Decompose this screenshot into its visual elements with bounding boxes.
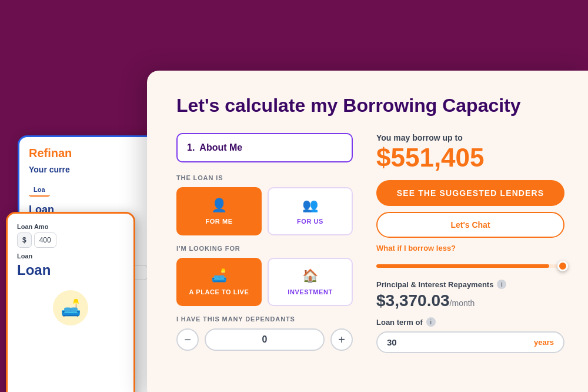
blue-card-title: Refinan — [29, 147, 148, 160]
loan-card-orange: Loan Amo $ 400 Loan Loan 🛋️ — [6, 212, 135, 392]
borrow-slider[interactable] — [376, 264, 564, 268]
investment-label: INVESTMENT — [288, 288, 332, 295]
main-borrowing-card: Let's calculate my Borrowing Capacity 1.… — [147, 71, 588, 392]
loan-tab[interactable]: Loa — [29, 184, 50, 197]
borrow-label: You may borrow up to — [376, 133, 564, 142]
left-column: 1. About Me THE LOAN IS 👤 FOR ME 👥 FOR U… — [176, 133, 353, 353]
see-lenders-button[interactable]: SEE THE SUGGESTED LENDERS — [376, 180, 564, 206]
dependants-section: I HAVE THIS MANY DEPENDANTS − 0 + — [176, 315, 353, 351]
sofa-icon: 🛋️ — [211, 268, 228, 284]
orange-loan-title-label: Loan — [17, 253, 124, 260]
house-icon: 🏠 — [302, 268, 319, 284]
increment-button[interactable]: + — [330, 328, 353, 351]
slider-track — [376, 264, 564, 268]
dependants-value: 0 — [205, 328, 325, 351]
loan-is-label: THE LOAN IS — [176, 174, 353, 181]
orange-loan-label: Loan Amo — [17, 223, 124, 230]
main-title: Let's calculate my Borrowing Capacity — [176, 94, 564, 117]
place-to-live-button[interactable]: 🛋️ A PLACE TO LIVE — [176, 258, 262, 306]
repayment-label: Principal & Interest Repayments — [376, 280, 493, 289]
place-to-live-label: A PLACE TO LIVE — [189, 288, 249, 295]
blue-card-subtitle: Your curre — [29, 165, 148, 174]
info-icon: i — [497, 280, 506, 289]
loan-term-info-icon: i — [426, 317, 436, 327]
for-us-button[interactable]: 👥 FOR US — [268, 187, 353, 235]
years-label: years — [534, 338, 554, 347]
orange-loan-value[interactable]: 400 — [34, 232, 56, 248]
for-me-label: FOR ME — [205, 218, 232, 225]
for-me-button[interactable]: 👤 FOR ME — [176, 187, 262, 235]
repayment-row: Principal & Interest Repayments i — [376, 280, 564, 289]
loan-options-grid: 👤 FOR ME 👥 FOR US — [176, 187, 353, 235]
for-us-label: FOR US — [297, 218, 323, 225]
loan-term-row: Loan term of i — [376, 317, 564, 327]
orange-dollar-prefix: $ — [17, 232, 32, 248]
loan-term-input[interactable]: 30 years — [376, 331, 564, 353]
loan-term-value: 30 — [387, 337, 397, 347]
person-icon: 👤 — [211, 198, 228, 213]
dependants-label: I HAVE THIS MANY DEPENDANTS — [176, 315, 353, 323]
decrement-button[interactable]: − — [176, 328, 199, 351]
looking-for-label: I'M LOOKING FOR — [176, 245, 353, 252]
people-icon: 👥 — [302, 198, 319, 213]
loan-term-label: Loan term of — [376, 318, 423, 327]
borrow-amount: $551,405 — [376, 145, 564, 171]
right-column: You may borrow up to $551,405 SEE THE SU… — [376, 133, 564, 353]
sofa-icon: 🛋️ — [53, 290, 88, 325]
about-me-label: About Me — [199, 142, 242, 153]
borrow-less-link[interactable]: What if I borrow less? — [376, 244, 564, 253]
step-number: 1. — [187, 142, 195, 153]
orange-loan-title: Loan — [17, 262, 124, 278]
dependants-row: − 0 + — [176, 328, 353, 351]
repayment-amount: $3,370.03/month — [376, 291, 564, 310]
looking-options-grid: 🛋️ A PLACE TO LIVE 🏠 INVESTMENT — [176, 258, 353, 306]
chat-button[interactable]: Let's Chat — [376, 212, 564, 238]
investment-button[interactable]: 🏠 INVESTMENT — [268, 258, 353, 306]
about-me-box[interactable]: 1. About Me — [176, 133, 353, 162]
slider-thumb — [557, 261, 568, 271]
slider-fill — [376, 264, 549, 268]
